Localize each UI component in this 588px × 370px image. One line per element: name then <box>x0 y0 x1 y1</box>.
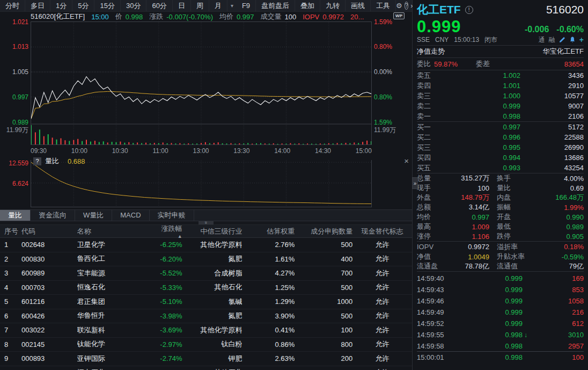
book-price: 1.001 <box>443 82 520 90</box>
cell-industry: 氯碱 <box>182 297 242 307</box>
toolbar-item-draw-line[interactable]: 画线 <box>346 0 371 11</box>
table-row[interactable]: 1002648卫星化学-6.25%其他化学原料2.76%500允许 <box>0 238 412 252</box>
toolbar-item-pre-post-market[interactable]: 盘前盘后 <box>256 0 295 11</box>
tick-time: 15:00:01 <box>417 353 455 361</box>
toolbar-period-2[interactable]: 1分 <box>50 0 72 11</box>
table-row[interactable]: 9000893亚钾国际-2.74%钾肥2.63%200允许 <box>0 352 412 366</box>
stat-label: 最低 <box>497 222 531 231</box>
table-row[interactable]: 7003022联泓新科-3.69%其他化学原料0.41%100允许 <box>0 323 412 338</box>
table-row[interactable]: 10600346恒力石化-2.67%其他石化3.19%700允许 <box>0 366 412 370</box>
toolbar-period-4[interactable]: 15分 <box>94 0 120 11</box>
stat-label: 总额 <box>417 202 442 212</box>
toolbar-item-nine-turn[interactable]: 九转 <box>320 0 346 11</box>
bid-row[interactable]: 买三0.99526990 <box>417 142 584 153</box>
intraday-plot-area[interactable] <box>31 21 372 145</box>
nav-trend-row[interactable]: 净值走势 华宝化工ETF <box>417 46 584 57</box>
stat-value: 3.14亿 <box>442 202 489 212</box>
tab-3[interactable]: MACD <box>112 210 149 221</box>
help-icon[interactable]: ? <box>405 2 409 10</box>
bid-row[interactable]: 买四0.99413686 <box>417 153 584 163</box>
cell-change: -5.33% <box>135 284 182 292</box>
bid-row[interactable]: 买二0.99622588 <box>417 132 584 142</box>
cell-code: 002648 <box>21 241 77 249</box>
book-price: 0.997 <box>443 123 520 131</box>
table-row[interactable]: 5601216君正集团-5.10%氯碱1.29%1000允许 <box>0 295 412 309</box>
cell-qty: 100 <box>295 326 352 334</box>
add-icon[interactable]: + <box>579 37 584 43</box>
x-axis-label: 09:30 <box>31 146 47 156</box>
cell-change: -2.74% <box>135 354 182 362</box>
splitter-handle-icon[interactable]: » <box>199 221 214 224</box>
tab-2[interactable]: W量比 <box>75 210 112 221</box>
ask-row[interactable]: 卖二0.9999007 <box>417 101 584 111</box>
tick-volume: 2957 <box>530 342 584 350</box>
stat-label: 均价 <box>417 212 442 222</box>
tick-time: 14:59:46 <box>417 297 455 305</box>
table-row[interactable]: 3600989宝丰能源-5.52%合成树脂4.27%700允许 <box>0 266 412 281</box>
table-row[interactable]: 6600426华鲁恒升-3.98%氮肥3.90%500允许 <box>0 309 412 324</box>
tab-4[interactable]: 实时申赎 <box>150 210 194 221</box>
toolbar-period-8[interactable]: 周 <box>191 0 209 11</box>
table-row[interactable]: 2000830鲁西化工-6.20%氮肥1.61%400允许 <box>0 252 412 267</box>
book-volume: 13686 <box>520 154 584 162</box>
toolbar-period-7[interactable]: 日 <box>173 0 191 11</box>
column-header[interactable]: 序号 <box>0 227 21 236</box>
info-circle-icon[interactable]: ! <box>465 6 473 14</box>
subchart-plot-area[interactable] <box>31 160 372 207</box>
cell-weight: 2.63% <box>242 354 295 362</box>
column-header[interactable]: 成分申购数量 <box>295 227 352 236</box>
liangbi-subchart[interactable]: ? 量比 0.688 × 12.559 6.624 <box>0 156 412 209</box>
subchart-help-icon[interactable]: ? <box>33 157 41 165</box>
toolbar-item-overlay[interactable]: 叠加 <box>295 0 320 11</box>
toolbar-item-tools[interactable]: 工具 <box>371 0 396 11</box>
bid-row[interactable]: 买一0.9975172 <box>417 122 584 132</box>
gear-icon[interactable]: ⚙ <box>396 0 402 11</box>
book-level-label: 买二 <box>417 133 443 142</box>
toolbar-item-f9[interactable]: F9 <box>237 0 256 11</box>
column-header[interactable]: 代码 <box>21 227 77 236</box>
period-dropdown-icon[interactable]: ▾ <box>227 0 237 11</box>
column-header[interactable]: 中信三级行业 <box>182 227 242 236</box>
tick-time: 14:59:55 <box>417 331 455 339</box>
column-header[interactable]: 现金替代标志 <box>352 227 412 236</box>
ask-row[interactable]: 卖四1.0012910 <box>417 81 584 91</box>
stat-row: 涨停1.106跌停0.905 <box>417 231 584 241</box>
column-header[interactable]: 估算权重 <box>242 227 295 236</box>
table-header-row: 序号代码名称涨跌幅▲中信三级行业估算权重成分申购数量现金替代标志 <box>0 225 412 238</box>
subchart-close-icon[interactable]: × <box>404 157 409 165</box>
stat-row: 均价0.997开盘0.990 <box>417 212 584 222</box>
y-axis-price-1: 1.021 <box>0 18 28 26</box>
toolbar-period-6[interactable]: 60分 <box>146 0 172 11</box>
cell-weight: 0.41% <box>242 326 295 334</box>
column-header[interactable]: 名称 <box>77 227 135 236</box>
intraday-chart[interactable]: 1.021 1.013 1.005 0.997 0.989 11.99万 1.5… <box>0 21 412 146</box>
bell-icon[interactable] <box>569 37 576 43</box>
tab-0[interactable]: 量比 <box>0 210 31 221</box>
toolbar-period-0[interactable]: 分时 <box>0 0 25 11</box>
stat-label: 内盘 <box>497 193 531 202</box>
splitter[interactable]: » <box>0 221 412 225</box>
book-volume: 43254 <box>520 164 584 172</box>
ask-row[interactable]: 卖五1.0023436 <box>417 70 584 81</box>
pencil-icon[interactable] <box>559 37 565 43</box>
toolbar-period-1[interactable]: 多日 <box>25 0 50 11</box>
subchart-indicator-name[interactable]: 量比 <box>45 156 59 166</box>
tab-1[interactable]: 资金流向 <box>31 210 75 221</box>
cell-flag: 允许 <box>352 240 412 250</box>
panel-collapse-icon[interactable]: » <box>412 177 418 189</box>
table-row[interactable]: 4000703恒逸石化-5.33%其他石化1.25%500允许 <box>0 281 412 295</box>
book-volume: 9007 <box>520 102 584 110</box>
column-header[interactable]: 涨跌幅▲ <box>135 224 182 239</box>
bid-row[interactable]: 买五0.99343254 <box>417 163 584 173</box>
ask-row[interactable]: 卖一0.9982106 <box>417 111 584 121</box>
ask-row[interactable]: 卖三1.00010577 <box>417 91 584 101</box>
x-axis-label: 10:00 <box>71 146 87 156</box>
toolbar-period-9[interactable]: 月 <box>209 0 227 11</box>
price-value: 0.998 <box>126 13 143 21</box>
cell-code: 000703 <box>21 284 77 292</box>
toolbar-period-3[interactable]: 5分 <box>72 0 94 11</box>
table-row[interactable]: 8002145钛能化学-2.97%钛白粉0.86%800允许 <box>0 338 412 352</box>
cell-flag: 允许 <box>352 339 412 349</box>
fund-full-name: 华宝化工ETF <box>542 47 584 56</box>
toolbar-period-5[interactable]: 30分 <box>121 0 146 11</box>
